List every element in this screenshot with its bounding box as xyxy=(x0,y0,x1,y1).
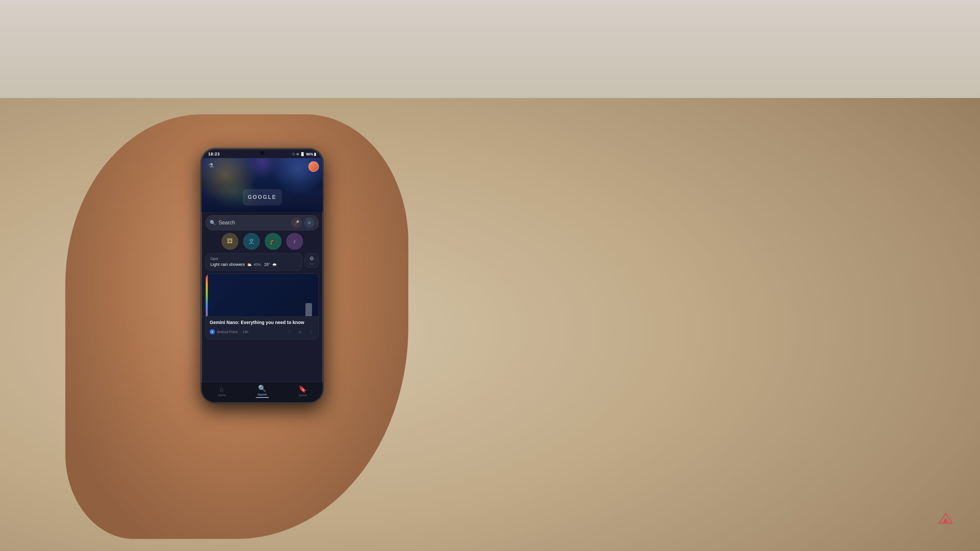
music-button[interactable]: ♪ xyxy=(286,233,303,250)
wall-background xyxy=(0,0,980,98)
mic-icon: 🎤 xyxy=(294,220,299,225)
camera-notch xyxy=(260,151,264,155)
source-logo: A xyxy=(210,329,215,335)
precipitation-value: 40% xyxy=(254,263,261,267)
bottom-navigation: ⌂ Home 🔍 Search 🔖 Saved xyxy=(202,382,323,402)
saved-label: Saved xyxy=(298,394,307,397)
weather-city: Opol xyxy=(210,257,298,260)
wifi-icon: ⊛ xyxy=(296,152,299,156)
ap-logo-svg xyxy=(937,512,954,525)
source-initial: A xyxy=(212,330,213,333)
home-icon: ⌂ xyxy=(220,386,224,393)
avatar-image xyxy=(309,162,318,171)
more-options-button[interactable]: ⋮ xyxy=(307,328,315,336)
svg-marker-1 xyxy=(942,518,949,523)
nav-search[interactable]: 🔍 Search xyxy=(242,384,283,398)
music-icon: ♪ xyxy=(293,238,296,245)
weather-desc-text: Light rain showers xyxy=(210,262,245,267)
nav-active-indicator xyxy=(256,397,269,398)
more-dots-icon: ⋮ xyxy=(309,330,313,335)
bullet-separator: · xyxy=(240,330,241,334)
battery-icon: ▮ xyxy=(314,152,316,156)
news-source: A Android Police · 14h xyxy=(210,329,248,335)
search-label: Search xyxy=(258,393,267,396)
status-time: 18:23 xyxy=(208,152,220,156)
cloud-rain-icon: ⛅ xyxy=(247,262,252,267)
flask-icon: ⚗ xyxy=(207,161,215,170)
nav-saved[interactable]: 🔖 Saved xyxy=(282,385,323,397)
home-label: Home xyxy=(218,394,226,397)
phone-body: 18:23 ⬡ ⊛ ▐▌ 96% ▮ ⚗ xyxy=(201,148,323,403)
customize-button[interactable]: ⚙ Cus xyxy=(304,253,319,267)
share-button[interactable]: ⎋ xyxy=(296,328,304,336)
image-icon: 🖼 xyxy=(227,238,233,245)
news-content: Gemini Nano: Everything you need to know… xyxy=(206,316,318,339)
rain-icon: 🌧 xyxy=(272,262,277,267)
graduation-icon: 🎓 xyxy=(269,238,277,245)
translate-icon: 文 xyxy=(248,237,255,245)
share-icon: ⎋ xyxy=(299,330,302,335)
bluetooth-icon: ⬡ xyxy=(293,152,295,156)
google-lens-button[interactable]: ⊙ xyxy=(304,218,315,228)
battery-percent: 96% xyxy=(306,152,313,156)
lens-icon: ⊙ xyxy=(308,221,311,225)
like-button[interactable]: ♡ xyxy=(286,328,294,336)
search-input-placeholder[interactable]: Search xyxy=(218,220,288,226)
search-icon: 🔍 xyxy=(210,220,216,226)
battery-indicator: 96% ▮ xyxy=(306,152,316,156)
google-doodle-logo: GOOGLE xyxy=(243,189,282,205)
temperature-value: 28° xyxy=(264,262,270,267)
search-nav-icon: 🔍 xyxy=(258,384,266,392)
news-title: Gemini Nano: Everything you need to know xyxy=(210,319,315,326)
google-search-bar[interactable]: 🔍 Search 🎤 ⊙ xyxy=(205,215,319,230)
weather-card[interactable]: Opol Light rain showers ⛅ 40% 28° 🌧 xyxy=(205,253,302,271)
status-icons: ⬡ ⊛ ▐▌ 96% ▮ xyxy=(293,152,316,156)
news-card-image: ✦ ✦ Gemini Nano xyxy=(206,274,318,316)
signal-icon: ▐▌ xyxy=(300,152,305,156)
google-doodle-text: GOOGLE xyxy=(248,194,276,200)
android-police-watermark xyxy=(937,512,954,525)
weather-row: Opol Light rain showers ⛅ 40% 28° 🌧 ⚙ Cu… xyxy=(205,253,319,271)
news-meta: A Android Police · 14h ♡ ⎋ xyxy=(210,328,315,336)
user-avatar[interactable] xyxy=(309,161,319,172)
nav-home[interactable]: ⌂ Home xyxy=(202,386,242,397)
google-doodle-header[interactable]: ⚗ GOOGLE xyxy=(202,158,323,212)
quick-actions-row: 🖼 文 🎓 ♪ xyxy=(205,233,319,250)
news-card[interactable]: ✦ ✦ Gemini Nano xyxy=(205,273,319,340)
settings-gear-icon: ⚙ xyxy=(309,256,314,262)
time-ago: 14h xyxy=(243,330,248,334)
news-action-buttons: ♡ ⎋ ⋮ xyxy=(286,328,315,336)
source-name: Android Police xyxy=(217,330,238,334)
heart-icon: ♡ xyxy=(288,330,292,335)
phone-wrapper: 18:23 ⬡ ⊛ ▐▌ 96% ▮ ⚗ xyxy=(201,0,323,551)
voice-search-button[interactable]: 🎤 xyxy=(291,218,302,228)
translate-button[interactable]: 文 xyxy=(243,233,260,250)
image-search-button[interactable]: 🖼 xyxy=(221,233,239,250)
customize-label: Cus xyxy=(310,263,313,265)
weather-description: Light rain showers ⛅ 40% 28° 🌧 xyxy=(210,262,298,267)
saved-icon: 🔖 xyxy=(299,385,307,393)
education-button[interactable]: 🎓 xyxy=(265,233,282,250)
